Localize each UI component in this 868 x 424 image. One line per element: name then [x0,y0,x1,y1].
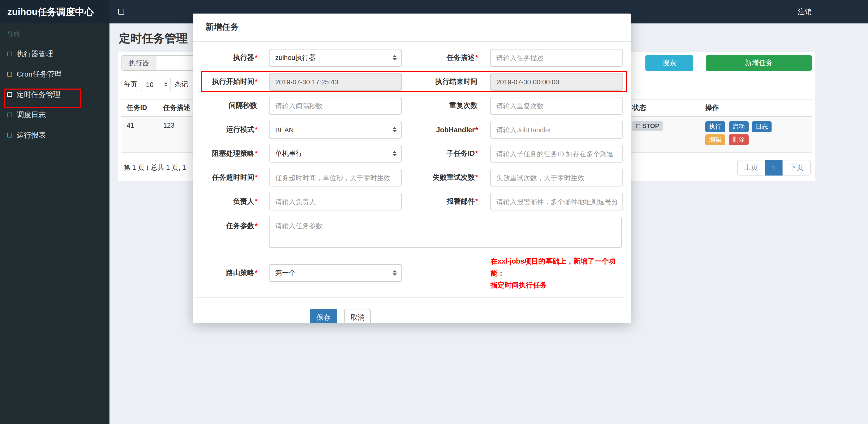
block-strategy-select-value: 单机串行 [275,149,302,158]
log-button[interactable]: 日志 [752,121,772,132]
modal-footer: 保存 取消 [195,298,623,323]
per-page-prefix: 每页 [124,80,137,89]
alarm-email-input[interactable] [490,193,623,210]
sidebar-item-label: 定时任务管理 [17,90,60,99]
sidebar-item-scheduled-task-mgmt[interactable]: 定时任务管理 [0,85,110,105]
sidebar-item-executor-mgmt[interactable]: 执行器管理 [0,44,110,64]
run-button[interactable]: 执行 [705,121,725,132]
brand-title: zuihou任务调度中心 [0,0,110,24]
field-label: 路由策略* [195,268,269,278]
field-label: 任务超时时间* [195,173,269,182]
select-arrows-icon [393,151,397,156]
sidebar-item-cron-task-mgmt[interactable]: Cron任务管理 [0,64,110,85]
field-label: 阻塞处理策略* [195,149,269,158]
field-label: 失败重试次数* [402,173,490,182]
jobhandler-input[interactable] [490,121,623,138]
square-icon [7,133,12,137]
modal-form-row-times: 执行开始时间* 执行结束时间 [195,73,623,91]
run-mode-select-value: BEAN [275,126,294,134]
field-label: 间隔秒数 [195,101,269,110]
timeout-input[interactable] [269,169,402,187]
select-arrows-icon [393,55,397,60]
square-icon [7,72,12,76]
status-text: STOP [642,122,659,130]
field-label: 重复次数 [402,101,490,110]
sidebar-header: 导航 [0,24,110,44]
feature-note: 在xxl-jobs项目的基础上，新增了一个功能： 指定时间执行任务 [491,255,623,291]
feature-note-line2: 指定时间执行任务 [491,279,623,291]
per-page-value: 10 [146,80,154,88]
task-desc-input[interactable] [490,49,623,67]
field-label: 执行开始时间* [195,77,269,87]
route-strategy-select[interactable]: 第一个 [269,264,402,282]
executor-filter-label: 执行器 [121,55,156,71]
cell-task-id: 41 [121,117,158,152]
feature-note-line1: 在xxl-jobs项目的基础上，新增了一个功能： [491,255,623,279]
edit-button[interactable]: 编辑 [705,134,725,145]
header-actions: 操作 [700,99,812,117]
square-icon [7,92,12,97]
executor-select[interactable]: zuihou执行器 [269,49,402,67]
add-task-button[interactable]: 新增任务 [706,55,812,71]
field-label: 运行模式* [195,125,269,134]
next-page-button[interactable]: 下页 [782,160,811,175]
block-strategy-select[interactable]: 单机串行 [269,145,402,163]
sidebar-toggle-icon[interactable] [118,9,124,14]
field-label: 报警邮件* [402,197,490,206]
modal-form-row-params: 任务参数* [195,217,623,248]
sidebar-item-label: Cron任务管理 [17,69,62,79]
interval-seconds-input[interactable] [269,97,402,115]
sidebar: 导航 执行器管理 Cron任务管理 定时任务管理 调度日志 运行报表 [0,24,110,424]
modal-form-row-route: 路由策略* 第一个 在xxl-jobs项目的基础上，新增了一个功能： 指定时间执… [195,254,623,291]
modal-form-row: 间隔秒数 重复次数 [195,97,623,115]
field-label: 子任务ID* [402,149,490,158]
select-arrows-icon [393,270,397,275]
current-page-button[interactable]: 1 [765,160,783,175]
field-label: 任务参数* [195,217,269,231]
sidebar-item-label: 运行报表 [17,130,46,140]
logout-link[interactable]: 注销 [798,7,868,17]
retry-count-input[interactable] [490,169,623,187]
modal-title: 新增任务 [193,13,631,42]
modal-form-row: 运行模式* BEAN JobHandler* [195,121,623,138]
modal-form-row: 负责人* 报警邮件* [195,193,623,210]
route-strategy-select-value: 第一个 [275,268,296,278]
square-icon [636,124,640,128]
start-button[interactable]: 启动 [728,121,748,132]
sidebar-item-label: 执行器管理 [17,49,53,59]
modal-form-row: 任务超时时间* 失败重试次数* [195,169,623,187]
per-page-select[interactable]: 10 [141,77,171,91]
square-icon [7,112,12,117]
repeat-count-input[interactable] [490,97,623,115]
header-status: 状态 [627,99,700,117]
executor-select-value: zuihou执行器 [275,53,316,63]
cell-actions: 执行 启动 日志 编辑 删除 [700,117,812,152]
end-time-input[interactable] [490,73,623,91]
modal-form-row: 执行器* zuihou执行器 任务描述* [195,49,623,67]
field-label: 执行器* [195,53,269,63]
status-badge: STOP [632,121,663,131]
modal-body: 执行器* zuihou执行器 任务描述* 执行开始时间* 执行结束时间 间隔秒数… [193,42,631,323]
per-page-suffix: 条记 [175,80,188,89]
child-task-id-input[interactable] [490,145,623,163]
header-task-id: 任务ID [121,99,158,117]
field-label: JobHandler* [402,126,490,134]
run-mode-select[interactable]: BEAN [269,121,402,138]
task-params-textarea[interactable] [269,217,622,248]
field-label: 执行结束时间 [402,77,490,87]
owner-input[interactable] [269,193,402,210]
cell-status: STOP [627,117,700,152]
sidebar-item-dispatch-log[interactable]: 调度日志 [0,105,110,125]
delete-button[interactable]: 删除 [728,134,748,145]
field-label: 任务描述* [402,53,490,63]
start-time-input[interactable] [269,73,402,91]
sidebar-item-run-report[interactable]: 运行报表 [0,125,110,145]
pagination-group: 上页 1 下页 [737,160,811,175]
select-arrows-icon [393,127,397,132]
prev-page-button[interactable]: 上页 [737,160,765,175]
save-button[interactable]: 保存 [310,309,337,323]
add-task-modal: 新增任务 执行器* zuihou执行器 任务描述* 执行开始时间* 执行结束时间… [193,13,631,323]
cancel-button[interactable]: 取消 [344,309,371,323]
search-button[interactable]: 搜索 [645,55,693,71]
select-arrows-icon [164,82,167,87]
